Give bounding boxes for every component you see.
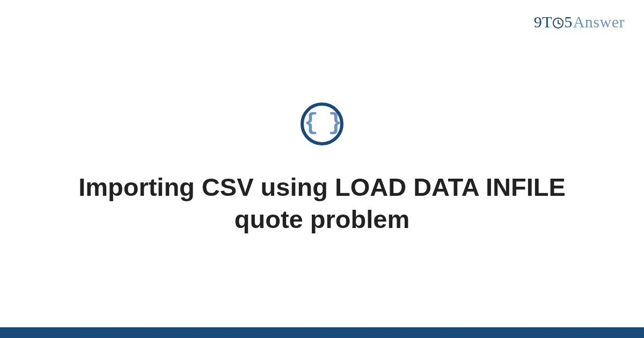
page-title: Importing CSV using LOAD DATA INFILE quo… — [54, 171, 590, 236]
braces-glyph: { } — [304, 111, 340, 135]
footer-bar — [0, 327, 644, 338]
main-content: { } Importing CSV using LOAD DATA INFILE… — [0, 0, 644, 327]
code-braces-icon: { } — [301, 102, 343, 145]
